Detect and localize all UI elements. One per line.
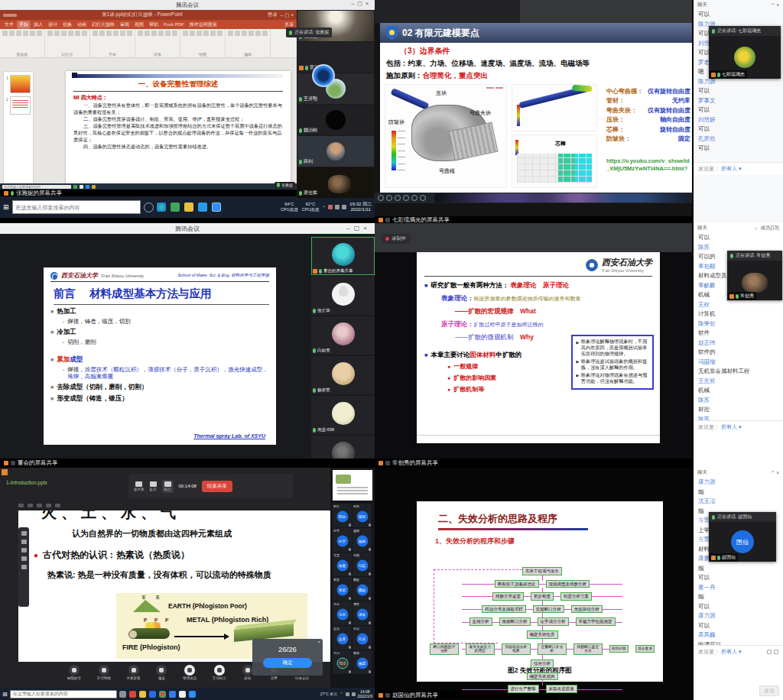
search-icon[interactable]: ○ [755, 225, 758, 231]
app-icon[interactable] [73, 185, 77, 189]
ribbon-group-buttons[interactable] [138, 31, 177, 36]
chat-message-list[interactable]: 康力源能沈玉洁能方蕾上学期教的们可能不方蕾材料科学基础康鹏能可以黄一丹能可以康力… [694, 478, 783, 650]
participant-tile[interactable]: 谭富 谭富 [353, 601, 372, 625]
chat-header-icons[interactable]: ⌃ × [771, 470, 779, 476]
app-icon[interactable] [80, 185, 83, 189]
pause-share-button[interactable]: 暂停 [150, 481, 157, 491]
participant-tile[interactable]: 魏治刚 [297, 105, 374, 135]
ribbon-group-buttons[interactable] [183, 31, 223, 36]
confirm-button[interactable]: 确定 [263, 658, 312, 668]
ribbon-group-buttons[interactable] [93, 31, 132, 36]
system-tray[interactable]: 27°C 多云 ⌃ 14:082022/1/9 [320, 689, 372, 698]
ribbon-tab[interactable]: Foxit PDF [161, 21, 187, 28]
end-share-button[interactable]: 结束共享 [202, 481, 232, 492]
slide-thumbnail-panel[interactable]: 1 2 [3, 71, 34, 184]
send-to-row[interactable]: 发送至： 所有人 ▾ [694, 645, 783, 658]
send-to-row[interactable]: 发送至： 所有人 ▾ [694, 420, 783, 433]
ribbon-tab[interactable]: 切换 [60, 21, 74, 29]
participant-tile[interactable]: 纪琼 纪琼 [353, 553, 372, 576]
ribbon-tab[interactable]: 开始 [17, 21, 31, 29]
send-target-dropdown[interactable]: 所有人 ▾ [721, 165, 741, 173]
toolbar-button[interactable]: 邀请 [156, 665, 167, 686]
participant-tile[interactable]: 志勇 志勇 [333, 626, 352, 650]
participant-tile[interactable]: 周皮-658 [311, 396, 375, 434]
ribbon-tab[interactable]: 审阅 [118, 21, 132, 29]
participant-tile[interactable]: 白宇 白宇 [333, 528, 352, 552]
toolbar-button[interactable]: 互动批注 [213, 665, 226, 686]
app-icon[interactable] [86, 185, 89, 189]
powerpoint-window-controls[interactable]: – ▢ × [281, 12, 294, 18]
participant-tile[interactable]: 贾冰 [297, 42, 374, 73]
ribbon-tab[interactable]: 插入 [31, 21, 45, 29]
ribbon-group[interactable]: 绘图 [180, 29, 226, 57]
signin-label[interactable]: 登录 [268, 11, 278, 18]
video-url-link[interactable]: https://v.youku.com/v_show/id_XMjU5MzYwN… [606, 157, 690, 173]
ribbon-group-buttons[interactable] [228, 31, 268, 36]
ribbon-tab[interactable]: 设计 [46, 21, 60, 29]
speaker-overlay[interactable]: 正在讲话: 常创秀 常创秀 [727, 251, 782, 300]
participant-tile[interactable]: 白如雪 [311, 316, 375, 355]
annotation-sidebar[interactable] [18, 527, 29, 607]
system-tray[interactable]: ⌃ [322, 205, 346, 210]
send-button[interactable]: 发送 [759, 685, 779, 696]
participant-tile[interactable]: 杨柳 杨柳 [353, 528, 372, 552]
participant-tile[interactable]: 阳光 阳光 [333, 504, 352, 527]
ribbon-tab[interactable]: 帮助 [147, 21, 161, 29]
participant-tile[interactable]: 田甜 田甜 [353, 504, 372, 527]
ribbon-tab[interactable]: 动画 [75, 21, 89, 29]
ribbon-group[interactable]: 幻灯片 [45, 29, 90, 57]
new-share-button[interactable]: 新共享 [134, 481, 145, 491]
participant-tile[interactable]: 董会的屏幕共享 [311, 237, 375, 275]
taskbar-search-input[interactable] [10, 690, 117, 698]
quick-access-toolbar[interactable] [3, 14, 17, 17]
annotate-button[interactable]: 批注 [162, 480, 174, 493]
ribbon-group[interactable]: 段落 [135, 29, 180, 57]
page-indicator-popup[interactable]: × 26/26 确定 [252, 639, 323, 676]
send-target-dropdown[interactable]: 所有人 ▾ [721, 648, 741, 656]
slide-thumbnail-2[interactable]: 2 [10, 96, 31, 115]
taskbar-app-icons[interactable] [157, 203, 221, 212]
ribbon-group[interactable]: 编辑 [226, 29, 271, 57]
close-icon[interactable]: × [317, 640, 320, 644]
cortana-icon[interactable] [144, 203, 154, 212]
start-button[interactable]: ⊞ [2, 691, 8, 698]
members-tab[interactable]: 成员(15) [760, 225, 779, 232]
ribbon-group[interactable]: 字体 [90, 29, 135, 57]
ribbon-tab[interactable]: 文件 [2, 21, 16, 29]
toolbar-button[interactable]: 录制 [242, 665, 253, 686]
ribbon-tab[interactable]: 幻灯片放映 [89, 21, 117, 29]
annotation-toolbar[interactable] [375, 193, 692, 203]
app-icon[interactable] [92, 185, 96, 189]
participant-tile[interactable]: 李哲 李哲 [333, 577, 352, 601]
participant-tile[interactable]: 70.0 70.0 [333, 650, 352, 674]
speaker-overlay[interactable]: 正在讲话: 七彩琉璃光 七彩琉璃光 [709, 26, 781, 79]
search-input[interactable] [2, 185, 71, 189]
ribbon-group[interactable]: 剪贴板 [0, 29, 45, 57]
participant-tile[interactable]: 朱恩 朱恩 [333, 553, 352, 576]
participant-tile[interactable]: 孔庆 孔庆 [353, 626, 372, 650]
slideshow-controls[interactable] [18, 501, 330, 509]
participant-tile[interactable]: 张正华 [311, 277, 375, 315]
participant-tile[interactable]: 鹏超 鹏超 [353, 577, 372, 601]
toolbar-button[interactable]: 共享屏幕 [127, 665, 141, 686]
speaker-overlay[interactable]: 正在讲话: 赵国仙 国仙 赵国仙 [709, 512, 776, 562]
toolbar-button[interactable]: 管理成员 [183, 665, 197, 686]
participant-tile[interactable]: 杨俊英 [311, 356, 375, 394]
ribbon-tab[interactable]: 视图 [132, 21, 146, 29]
send-to-row[interactable]: 发送至： 所有人 ▾ [694, 162, 783, 175]
participant-tile[interactable]: 薛利 [297, 136, 374, 167]
taskbar-search-input[interactable] [12, 200, 141, 214]
toolbar-button[interactable]: 开启视频 [97, 665, 111, 686]
slide-thumbnail-1[interactable]: 1 [10, 75, 31, 93]
participant-tile[interactable]: 梁佳辉 [297, 167, 374, 198]
shared-screen-thumbnail[interactable] [333, 470, 372, 501]
send-target-dropdown[interactable]: 所有人 ▾ [721, 423, 741, 431]
ribbon-group-buttons[interactable] [2, 31, 42, 36]
start-button[interactable]: ⊞ [3, 203, 9, 211]
chat-header-icons[interactable]: ⌃ × [771, 2, 779, 8]
window-controls[interactable] [346, 225, 371, 232]
toolbar-button[interactable]: 解除静音 [67, 665, 81, 686]
window-controls[interactable] [351, 1, 372, 7]
participant-tile[interactable]: 马莉 马莉 [333, 601, 352, 625]
participant-tile[interactable]: 王济鄂 [297, 73, 374, 104]
